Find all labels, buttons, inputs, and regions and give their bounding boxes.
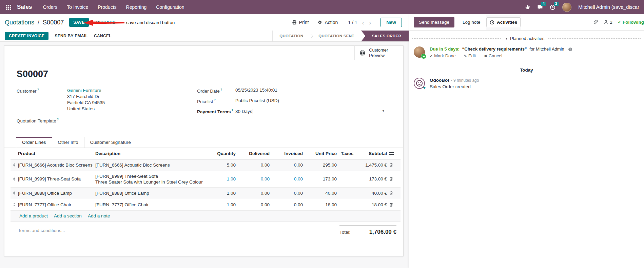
chatter-message: ♥ OdooBot - 9 minutes ago Sales Order cr… bbox=[409, 78, 644, 89]
pager-counter: 1 / 1 bbox=[348, 20, 357, 25]
order-date-value[interactable]: 05/25/2023 15:40:01 bbox=[235, 88, 277, 94]
tab-customer-signature[interactable]: Customer Signature bbox=[84, 137, 137, 148]
chatter-topbar: Send message Log note Activities 2 ✔ Fol… bbox=[409, 14, 644, 31]
action-button[interactable]: Action bbox=[317, 20, 338, 25]
help-marker: ? bbox=[232, 108, 234, 112]
planned-activity-item: Due in 5 days: “Check delivery requireme… bbox=[409, 45, 644, 58]
follower-person-icon bbox=[603, 20, 608, 25]
col-unit-price[interactable]: Unit Price bbox=[305, 151, 339, 156]
menu-products[interactable]: Products bbox=[93, 0, 121, 14]
clock-icon bbox=[490, 20, 494, 25]
help-marker: ? bbox=[220, 88, 222, 91]
order-lines-table: Product Description Quantity Delivered I… bbox=[11, 148, 401, 222]
pager-previous-icon[interactable]: ‹ bbox=[362, 19, 364, 26]
col-invoiced[interactable]: Invoiced bbox=[272, 151, 305, 156]
delete-row-icon[interactable] bbox=[389, 163, 401, 167]
message-author: OdooBot bbox=[430, 78, 449, 83]
col-delivered[interactable]: Delivered bbox=[238, 151, 272, 156]
customer-value: Gemini Furniture 317 Fairchild Dr Fairfi… bbox=[67, 88, 105, 112]
optional-columns-icon[interactable] bbox=[389, 151, 401, 156]
activities-clock-icon[interactable]: 2 bbox=[550, 4, 555, 10]
table-row[interactable]: [FURN_7777] Office Chair [FURN_7777] Off… bbox=[11, 199, 401, 211]
edit-activity-button[interactable]: ✎Edit bbox=[464, 53, 476, 58]
annotation-red-arrow bbox=[84, 19, 124, 26]
delete-row-icon[interactable] bbox=[389, 203, 401, 207]
create-invoice-button[interactable]: CREATE INVOICE bbox=[5, 32, 48, 40]
help-marker: ? bbox=[57, 117, 59, 121]
send-by-email-button[interactable]: SEND BY EMAIL bbox=[55, 34, 88, 38]
form-sheet: Customer Preview S00007 Customer? Gemini… bbox=[4, 45, 404, 256]
globe-icon bbox=[359, 50, 366, 56]
activities-button[interactable]: Activities bbox=[486, 17, 521, 27]
terms-and-conditions-placeholder[interactable]: Terms and conditions... bbox=[18, 228, 65, 233]
tab-order-lines[interactable]: Order Lines bbox=[16, 137, 52, 148]
table-row[interactable]: [FURN_6666] Acoustic Bloc Screens [FURN_… bbox=[11, 159, 401, 171]
delete-row-icon[interactable] bbox=[389, 177, 401, 181]
info-icon[interactable] bbox=[568, 46, 572, 52]
customer-link[interactable]: Gemini Furniture bbox=[67, 88, 105, 94]
menu-to-invoice[interactable]: To Invoice bbox=[62, 0, 93, 14]
user-avatar[interactable] bbox=[562, 3, 571, 12]
breadcrumb-record-name: S00007 bbox=[43, 19, 64, 26]
drag-handle-icon[interactable] bbox=[11, 191, 18, 195]
collapse-caret-icon[interactable]: ▾ bbox=[506, 37, 507, 40]
user-name[interactable]: Mitchell Admin (save_discar bbox=[578, 4, 639, 10]
cancel-button[interactable]: CANCEL bbox=[94, 34, 112, 38]
customer-preview-button[interactable]: Customer Preview bbox=[354, 46, 403, 60]
add-a-section-link[interactable]: Add a section bbox=[54, 213, 82, 218]
stage-quotation-sent[interactable]: QUOTATION SENT bbox=[312, 34, 361, 38]
new-button[interactable]: New bbox=[380, 18, 402, 27]
drag-handle-icon[interactable] bbox=[11, 177, 18, 181]
stage-sales-order-active[interactable]: SALES ORDER bbox=[361, 31, 409, 41]
following-button[interactable]: ✔ Following bbox=[618, 20, 644, 25]
followers-button[interactable]: 2 bbox=[603, 20, 612, 25]
quotation-template-label: Quotation Template? bbox=[17, 117, 67, 123]
activities-section: Activities bbox=[486, 14, 521, 30]
col-taxes[interactable]: Taxes bbox=[339, 151, 360, 156]
send-message-button[interactable]: Send message bbox=[414, 17, 454, 27]
help-marker: ? bbox=[37, 88, 39, 91]
apps-menu-icon[interactable] bbox=[3, 0, 14, 14]
breadcrumb-quotations-link[interactable]: Quotations bbox=[5, 19, 34, 26]
app-name[interactable]: Sales bbox=[17, 4, 32, 11]
payment-terms-input[interactable]: 30 Days ▾ bbox=[235, 108, 386, 116]
table-row[interactable]: [FURN_8999] Three-Seat Sofa [FURN_8999] … bbox=[11, 171, 401, 188]
activity-user-avatar bbox=[414, 46, 425, 58]
drag-handle-icon[interactable] bbox=[11, 163, 18, 167]
messages-count-badge: 4 bbox=[541, 2, 546, 6]
debug-bug-icon[interactable] bbox=[525, 4, 530, 10]
planned-activities-label[interactable]: Planned activities bbox=[510, 36, 544, 41]
cancel-activity-button[interactable]: ✖Cancel bbox=[484, 53, 502, 58]
menu-configuration[interactable]: Configuration bbox=[151, 0, 189, 14]
customer-address-line1: 317 Fairchild Dr bbox=[67, 94, 105, 100]
table-row[interactable]: [FURN_8888] Office Lamp [FURN_8888] Offi… bbox=[11, 188, 401, 199]
total-value: 1,706.00 € bbox=[369, 229, 396, 235]
today-separator: Today bbox=[409, 68, 644, 73]
col-description[interactable]: Description bbox=[95, 151, 211, 156]
tab-other-info[interactable]: Other Info bbox=[52, 137, 84, 148]
menu-reporting[interactable]: Reporting bbox=[121, 0, 152, 14]
menu-orders[interactable]: Orders bbox=[38, 0, 62, 14]
messages-icon[interactable]: 4 bbox=[537, 4, 543, 10]
mark-done-button[interactable]: ✔Mark Done bbox=[430, 53, 456, 58]
drag-handle-icon[interactable] bbox=[11, 203, 18, 206]
stage-quotation[interactable]: QUOTATION bbox=[273, 34, 310, 38]
pricelist-value[interactable]: Public Pricelist (USD) bbox=[235, 98, 279, 104]
text-cursor bbox=[253, 109, 253, 114]
pager-next-icon[interactable]: › bbox=[369, 19, 371, 26]
add-a-note-link[interactable]: Add a note bbox=[88, 213, 110, 218]
delete-row-icon[interactable] bbox=[389, 191, 401, 195]
attachments-paperclip-icon[interactable] bbox=[592, 19, 598, 25]
col-quantity[interactable]: Quantity bbox=[211, 151, 238, 156]
log-note-button[interactable]: Log note bbox=[463, 20, 481, 25]
breadcrumb: Quotations / S00007 bbox=[5, 19, 64, 26]
col-subtotal[interactable]: Subtotal bbox=[360, 151, 389, 156]
print-button[interactable]: Print bbox=[292, 20, 309, 25]
app-menus: Orders To Invoice Products Reporting Con… bbox=[38, 0, 189, 14]
annotation-text: save and discard button bbox=[126, 20, 175, 25]
table-footer-links: Add a product Add a section Add a note bbox=[11, 211, 401, 222]
add-a-product-link[interactable]: Add a product bbox=[19, 213, 48, 218]
heart-badge-icon: ♥ bbox=[423, 85, 426, 90]
col-product[interactable]: Product bbox=[18, 151, 95, 156]
dropdown-caret-icon[interactable]: ▾ bbox=[382, 109, 384, 113]
